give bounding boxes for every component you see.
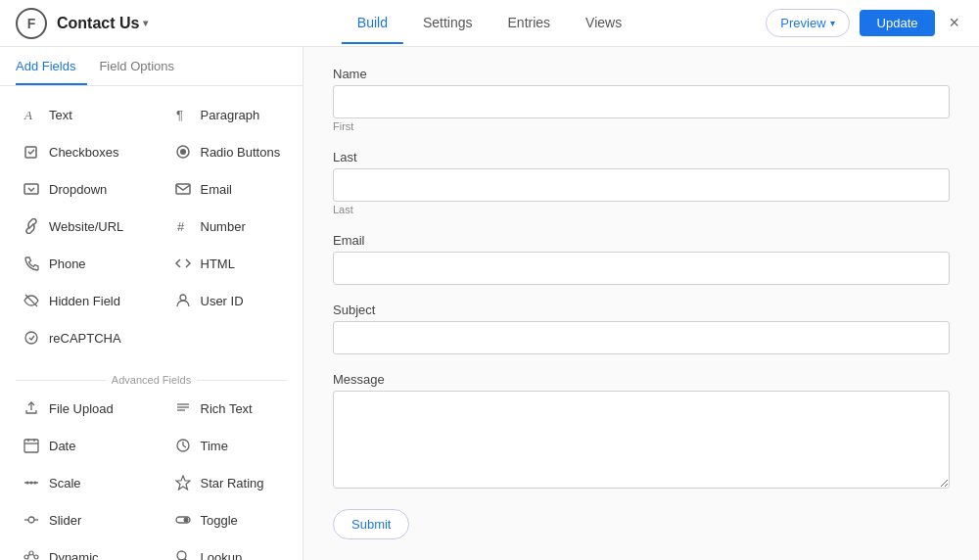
tab-views[interactable]: Views [570, 3, 637, 44]
svg-point-33 [177, 551, 186, 560]
field-item-number[interactable]: # Number [158, 209, 298, 244]
basic-fields-section: A Text ¶ Paragraph Checkboxes [0, 86, 303, 366]
form-group-name: Name First [333, 67, 950, 132]
message-textarea[interactable] [333, 391, 950, 489]
field-item-toggle[interactable]: Toggle [158, 502, 298, 537]
field-label-dropdown: Dropdown [49, 182, 107, 197]
form-group-email: Email [333, 233, 950, 285]
sidebar-tab-field-options[interactable]: Field Options [99, 47, 186, 85]
number-icon: # [173, 216, 193, 236]
tab-settings[interactable]: Settings [407, 3, 489, 44]
field-item-star-rating[interactable]: Star Rating [158, 465, 298, 500]
field-label-toggle: Toggle [201, 513, 238, 528]
paragraph-icon: ¶ [173, 105, 193, 124]
email-icon [173, 179, 193, 199]
name-last-input[interactable] [333, 168, 950, 202]
app-header: F Contact Us ▾ Build Settings Entries Vi… [0, 0, 979, 47]
field-label-radio-buttons: Radio Buttons [201, 145, 281, 160]
update-button[interactable]: Update [860, 10, 936, 36]
time-icon [173, 436, 193, 455]
svg-line-31 [28, 555, 29, 557]
field-label-checkboxes: Checkboxes [49, 145, 119, 160]
name-label: Name [333, 67, 950, 81]
field-label-text: Text [49, 108, 72, 122]
toggle-icon [173, 510, 193, 530]
field-item-text[interactable]: A Text [6, 97, 146, 132]
sidebar: Add Fields Field Options A Text ¶ Paragr… [0, 47, 303, 560]
field-item-phone[interactable]: Phone [6, 246, 146, 281]
scale-icon [22, 473, 41, 492]
svg-point-30 [34, 555, 38, 559]
name-first-col: First [333, 85, 950, 132]
field-item-time[interactable]: Time [158, 428, 298, 463]
website-url-icon [22, 216, 41, 236]
field-item-website-url[interactable]: Website/URL [6, 209, 146, 244]
form-group-last: Last Last [333, 150, 950, 215]
field-label-website-url: Website/URL [49, 219, 123, 234]
last-label: Last [333, 150, 950, 164]
field-label-lookup: Lookup [201, 550, 243, 561]
file-upload-icon [22, 398, 41, 418]
sidebar-tab-add-fields[interactable]: Add Fields [16, 47, 87, 85]
submit-button[interactable]: Submit [333, 509, 409, 539]
field-item-slider[interactable]: Slider [6, 502, 146, 537]
svg-point-28 [24, 555, 28, 559]
phone-icon [22, 254, 41, 273]
field-item-dynamic[interactable]: Dynamic [6, 539, 146, 560]
lookup-icon [173, 547, 193, 560]
svg-rect-6 [176, 184, 190, 194]
field-item-paragraph[interactable]: ¶ Paragraph [158, 97, 298, 132]
field-label-email: Email [201, 182, 233, 197]
tab-entries[interactable]: Entries [492, 3, 567, 44]
field-item-dropdown[interactable]: Dropdown [6, 171, 146, 207]
app-logo: F [16, 8, 47, 39]
subject-input[interactable] [333, 321, 950, 354]
tab-build[interactable]: Build [342, 3, 403, 44]
field-item-email[interactable]: Email [158, 171, 298, 207]
field-label-paragraph: Paragraph [201, 108, 260, 122]
field-item-checkboxes[interactable]: Checkboxes [6, 134, 146, 169]
svg-text:#: # [177, 219, 185, 234]
radio-buttons-icon [173, 142, 193, 162]
user-id-icon [173, 291, 193, 310]
field-item-lookup[interactable]: Lookup [158, 539, 298, 560]
svg-text:¶: ¶ [176, 108, 183, 122]
sidebar-tabs: Add Fields Field Options [0, 47, 303, 86]
field-label-file-upload: File Upload [49, 401, 114, 416]
preview-button[interactable]: Preview ▾ [766, 9, 849, 37]
field-item-html[interactable]: HTML [158, 246, 298, 281]
field-item-hidden-field[interactable]: Hidden Field [6, 283, 146, 318]
email-input[interactable] [333, 252, 950, 285]
header-nav: Build Settings Entries Views [342, 3, 637, 44]
svg-point-20 [26, 482, 29, 485]
svg-point-22 [34, 482, 37, 485]
form-group-subject: Subject [333, 303, 950, 354]
field-item-rich-text[interactable]: Rich Text [158, 391, 298, 426]
slider-icon [22, 510, 41, 530]
field-item-recaptcha[interactable]: reCAPTCHA [6, 320, 146, 355]
field-item-file-upload[interactable]: File Upload [6, 391, 146, 426]
field-label-star-rating: Star Rating [201, 476, 264, 490]
field-label-number: Number [201, 219, 246, 234]
title-chevron-icon[interactable]: ▾ [143, 18, 148, 28]
basic-fields-grid: A Text ¶ Paragraph Checkboxes [0, 96, 303, 356]
svg-point-29 [29, 551, 33, 555]
form-builder-content: Name First Last Last Email Subject [303, 47, 979, 560]
svg-marker-23 [176, 476, 190, 490]
form-submit-row: Submit [333, 509, 950, 539]
close-button[interactable]: × [945, 9, 963, 37]
field-item-date[interactable]: Date [6, 428, 146, 463]
advanced-fields-label: Advanced Fields [0, 366, 303, 390]
field-item-radio-buttons[interactable]: Radio Buttons [158, 134, 298, 169]
field-label-date: Date [49, 439, 75, 453]
subject-label: Subject [333, 303, 950, 317]
field-label-phone: Phone [49, 257, 86, 271]
field-label-hidden-field: Hidden Field [49, 294, 120, 308]
message-label: Message [333, 372, 950, 387]
field-item-scale[interactable]: Scale [6, 465, 146, 500]
name-last-sublabel: Last [333, 204, 950, 215]
svg-point-10 [180, 295, 186, 301]
field-item-user-id[interactable]: User ID [158, 283, 298, 318]
name-first-input[interactable] [333, 85, 950, 118]
field-label-recaptcha: reCAPTCHA [49, 331, 121, 346]
